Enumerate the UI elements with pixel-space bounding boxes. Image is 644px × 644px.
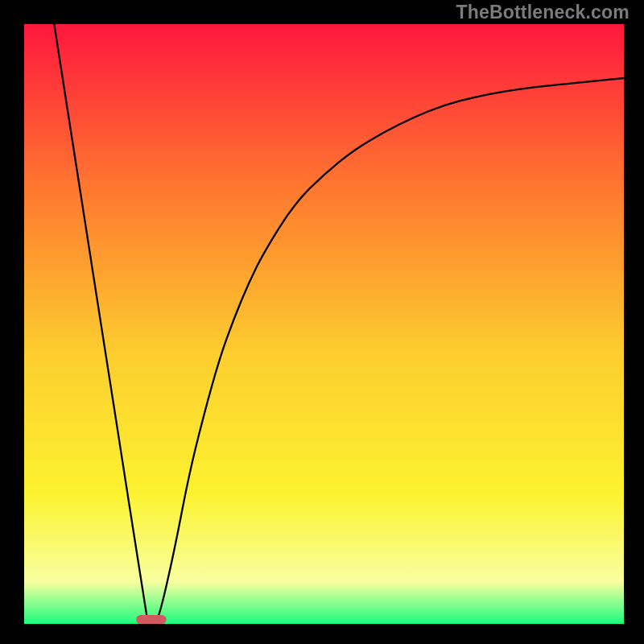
gradient-background xyxy=(24,24,624,624)
watermark-text: TheBottleneck.com xyxy=(456,2,630,23)
chart-frame: TheBottleneck.com xyxy=(0,0,644,644)
optimum-marker xyxy=(136,615,166,624)
plot-area xyxy=(24,24,624,624)
chart-svg xyxy=(24,24,624,624)
